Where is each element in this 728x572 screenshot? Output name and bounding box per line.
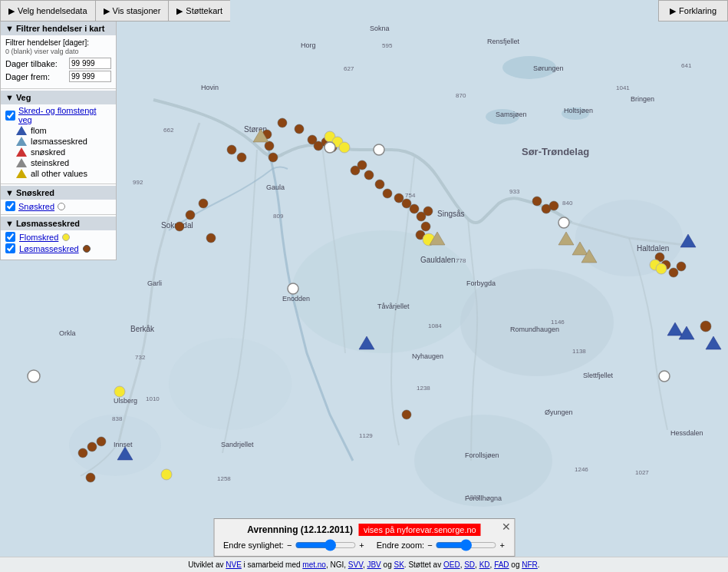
snoskred-link[interactable]: Snøskred xyxy=(18,202,54,211)
svg-point-117 xyxy=(288,283,298,294)
svg-text:662: 662 xyxy=(163,127,174,134)
svg-point-107 xyxy=(339,142,350,153)
filtrer-header[interactable]: ▼ Filtrer hendelser i kart xyxy=(1,21,116,35)
steinskred-tri-icon xyxy=(16,158,27,167)
bottom-info-bar: ✕ Avrennning (12.12.2011) vises på nyfor… xyxy=(213,518,515,557)
svg-text:627: 627 xyxy=(344,65,354,72)
steinskred-tri-label: steinskred xyxy=(31,158,69,167)
veg-header[interactable]: ▼ Veg xyxy=(1,91,116,104)
losmasse-section-header[interactable]: ▼ Løsmasseskred xyxy=(1,217,116,230)
svg-text:Tåvårjellet: Tåvårjellet xyxy=(377,303,410,310)
days-back-input[interactable] xyxy=(69,58,111,69)
svg-point-112 xyxy=(161,469,172,480)
veg-collapse-icon: ▼ xyxy=(5,93,14,102)
sk-link[interactable]: SK xyxy=(394,560,404,569)
svg-point-89 xyxy=(423,207,433,216)
snoskred-checkbox[interactable] xyxy=(5,201,15,211)
svg-text:Forbygda: Forbygda xyxy=(466,279,496,287)
svg-point-91 xyxy=(421,222,430,231)
svg-text:754: 754 xyxy=(405,192,416,199)
close-button[interactable]: ✕ xyxy=(502,521,511,533)
losmasseskred-tri-icon xyxy=(16,137,27,146)
met-link[interactable]: met.no xyxy=(302,560,326,569)
veg-checkbox[interactable] xyxy=(5,111,15,121)
zoom-plus[interactable]: + xyxy=(500,541,505,550)
snoskred-tri-icon xyxy=(16,147,27,157)
zoom-minus[interactable]: − xyxy=(427,541,432,550)
zoom-slider[interactable] xyxy=(436,539,497,551)
veg-checkbox-item: Skred- og flomstengt veg xyxy=(5,106,111,124)
svg-text:Enodden: Enodden xyxy=(282,295,310,303)
synlighet-slider[interactable] xyxy=(295,539,356,551)
flomskred-link[interactable]: Flomskred xyxy=(19,233,58,242)
svg-text:Gauldalen: Gauldalen xyxy=(420,256,456,264)
fad-link[interactable]: FAD xyxy=(494,560,509,569)
synlighet-minus[interactable]: − xyxy=(287,541,292,550)
losmasse-section-label: Løsmasseskred xyxy=(16,219,80,228)
senorge-link[interactable]: vises på nyforevar.senorge.no xyxy=(359,524,481,536)
svg-point-4 xyxy=(292,230,476,353)
toolbar: ▶ Velg hendelsedata ▶ Vis stasjoner ▶ St… xyxy=(0,0,728,21)
legend-other: all other values xyxy=(5,168,111,179)
event-title: Avrennning (12.12.2011) xyxy=(247,524,353,535)
svg-point-98 xyxy=(677,262,686,271)
sd-link[interactable]: SD xyxy=(464,560,475,569)
svg-point-87 xyxy=(410,204,419,213)
nfr-link[interactable]: NFR xyxy=(522,560,538,569)
svg-point-103 xyxy=(87,442,97,451)
snoskred-collapse-icon: ▼ xyxy=(5,188,14,197)
svg-point-116 xyxy=(28,370,40,382)
velg-hendelsedata-button[interactable]: ▶ Velg hendelsedata xyxy=(0,0,95,21)
stottekart-button[interactable]: ▶ Støttekart xyxy=(168,0,230,21)
svg-text:Sørungen: Sørungen xyxy=(533,64,564,72)
veg-link[interactable]: Skred- og flomstengt veg xyxy=(18,106,111,124)
svg-point-104 xyxy=(78,448,87,458)
synlighet-plus[interactable]: + xyxy=(359,541,364,550)
svg-text:Berkåk: Berkåk xyxy=(130,325,155,333)
svg-point-118 xyxy=(659,371,670,382)
snoskred-tri-label: snøskred xyxy=(31,147,65,157)
svg-text:Øyungen: Øyungen xyxy=(545,408,573,416)
losmasseskred-checkbox[interactable] xyxy=(5,243,15,253)
filter-block: Filtrer hendelser [dager]: 0 (blank) vis… xyxy=(1,35,116,87)
svg-point-101 xyxy=(86,473,95,482)
svg-text:Sokna: Sokna xyxy=(370,25,390,32)
vis-stasjoner-button[interactable]: ▶ Vis stasjoner xyxy=(95,0,169,21)
svg-point-102 xyxy=(97,437,106,446)
snoskred-row: Snøskred xyxy=(1,200,116,213)
svg-point-70 xyxy=(237,153,246,162)
days-from-label: Dager frem: xyxy=(5,72,50,81)
svg-text:1246: 1246 xyxy=(575,466,588,473)
svg-text:1084: 1084 xyxy=(428,322,442,329)
svg-text:840: 840 xyxy=(562,200,573,207)
losmasseskred-link[interactable]: Løsmasseskred xyxy=(19,244,79,253)
svg-text:1332: 1332 xyxy=(466,494,480,501)
oed-link[interactable]: OED xyxy=(443,560,460,569)
svg-text:Holtsjøen: Holtsjøen xyxy=(564,107,593,114)
svg-text:Gaula: Gaula xyxy=(266,184,285,191)
days-back-label: Dager tilbake: xyxy=(5,59,58,68)
snoskred-section-header[interactable]: ▼ Snøskred xyxy=(1,186,116,200)
kd-link[interactable]: KD xyxy=(479,560,490,569)
los-section: Flomskred Løsmasseskred xyxy=(1,230,116,256)
svg-point-69 xyxy=(227,145,236,154)
days-from-input[interactable] xyxy=(69,71,111,82)
veg-section: Skred- og flomstengt veg flom løsmassesk… xyxy=(1,104,116,182)
synlighet-container: Endre synlighet: − + xyxy=(223,539,364,551)
legend-steinskred: steinskred xyxy=(5,157,111,168)
svg-point-110 xyxy=(656,263,667,274)
losmasseskred-row: Løsmasseskred xyxy=(5,243,111,253)
svg-text:933: 933 xyxy=(509,188,520,195)
svg-point-72 xyxy=(265,141,274,150)
forklaring-button[interactable]: ▶ Forklaring xyxy=(658,0,728,21)
dropdown-arrow-icon4: ▶ xyxy=(670,6,676,16)
footer: Utviklet av NVE i samarbeid med met.no, … xyxy=(0,557,728,572)
svv-link[interactable]: SVV xyxy=(348,560,363,569)
svg-text:Samsjøen: Samsjøen xyxy=(496,111,527,118)
jbv-link[interactable]: JBV xyxy=(367,560,380,569)
nve-link[interactable]: NVE xyxy=(226,560,242,569)
flomskred-checkbox[interactable] xyxy=(5,232,15,242)
svg-point-81 xyxy=(357,160,367,170)
svg-point-97 xyxy=(669,268,678,277)
svg-point-85 xyxy=(394,193,404,203)
